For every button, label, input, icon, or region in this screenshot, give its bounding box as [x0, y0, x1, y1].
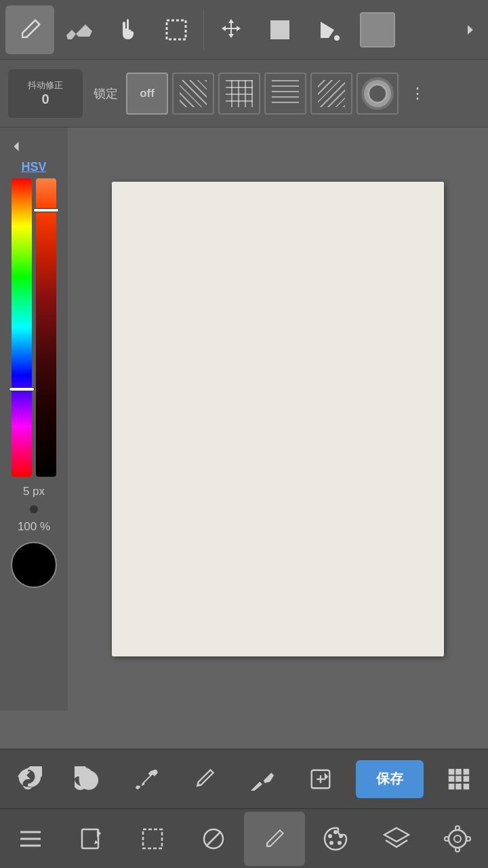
svg-point-21	[449, 830, 466, 848]
lock-grid-button[interactable]	[218, 73, 260, 115]
nav-edit-button[interactable]	[61, 812, 122, 866]
svg-point-20	[329, 841, 333, 845]
nav-filter-button[interactable]	[427, 812, 488, 866]
brush-preview-dot	[30, 505, 38, 513]
stabilizer-value: 0	[41, 92, 49, 107]
hand-tool-button[interactable]	[103, 5, 152, 54]
concentric-icon	[367, 83, 388, 104]
nav-menu-button[interactable]	[0, 812, 61, 866]
svg-point-19	[338, 841, 342, 845]
bottom-toolbar: 保存	[0, 749, 488, 808]
top-toolbar	[0, 0, 488, 60]
svg-rect-8	[464, 776, 470, 782]
horizontal-hatch-icon	[272, 80, 299, 107]
lock-more-dots: ⋮	[410, 85, 425, 102]
svg-point-25	[445, 837, 449, 841]
color-sliders	[12, 178, 56, 477]
svg-point-26	[466, 837, 470, 841]
nav-draw-button[interactable]	[244, 812, 305, 866]
collapse-panel-button[interactable]	[3, 133, 30, 160]
rectangle-select-button[interactable]	[152, 5, 201, 54]
lock-horizontal-button[interactable]	[264, 73, 306, 115]
pencil-tool-button[interactable]	[5, 5, 54, 54]
hue-thumb[interactable]	[9, 387, 35, 391]
brush-size-label: 5 px	[23, 485, 45, 498]
lock-off-button[interactable]: off	[126, 73, 168, 115]
svg-point-17	[333, 830, 338, 834]
svg-rect-4	[455, 768, 462, 774]
undo-button[interactable]	[6, 756, 52, 802]
nav-layers-button[interactable]	[366, 812, 427, 866]
svg-point-22	[454, 835, 461, 842]
svg-rect-9	[449, 783, 455, 789]
move-tool-button[interactable]	[207, 5, 256, 54]
svg-rect-12	[82, 829, 98, 848]
nav-palette-button[interactable]	[305, 812, 366, 866]
share-button[interactable]	[298, 756, 344, 802]
redo-button[interactable]	[64, 756, 110, 802]
current-color-swatch[interactable]	[11, 542, 57, 588]
stabilizer-label: 抖动修正	[28, 79, 63, 92]
lock-radial-button[interactable]	[310, 73, 352, 115]
svg-point-23	[455, 826, 460, 830]
save-button[interactable]: 保存	[356, 760, 424, 798]
saturation-thumb[interactable]	[33, 208, 59, 212]
color-preview	[360, 12, 395, 47]
svg-line-15	[206, 831, 221, 846]
svg-rect-1	[270, 20, 289, 39]
svg-rect-3	[449, 768, 455, 774]
svg-rect-7	[455, 776, 462, 782]
saturation-slider[interactable]	[36, 178, 56, 477]
svg-rect-5	[464, 768, 470, 774]
fill-rect-button[interactable]	[256, 5, 304, 54]
lock-off-label: off	[140, 87, 155, 100]
lock-bar: 抖动修正 0 锁定 off ⋮	[0, 60, 488, 127]
canvas-area[interactable]	[68, 127, 488, 711]
bottom-nav	[0, 808, 488, 868]
eyedropper-button[interactable]	[123, 756, 169, 802]
hue-slider[interactable]	[12, 178, 32, 477]
svg-rect-0	[167, 20, 186, 39]
lock-diagonal-button[interactable]	[172, 73, 214, 115]
pen-button[interactable]	[181, 756, 227, 802]
eraser-bottom-button[interactable]	[239, 756, 285, 802]
svg-rect-10	[455, 783, 462, 789]
lock-title: 锁定	[94, 85, 118, 102]
radial-hatch-icon	[318, 80, 345, 107]
opacity-label: 100 %	[18, 520, 50, 534]
svg-rect-11	[464, 783, 470, 789]
grid-hatch-icon	[226, 80, 253, 107]
nav-select-button[interactable]	[122, 812, 183, 866]
stabilizer-control[interactable]: 抖动修正 0	[8, 69, 83, 118]
svg-point-18	[339, 834, 343, 838]
paint-bucket-button[interactable]	[304, 5, 353, 54]
main-area: HSV 5 px 100 %	[0, 127, 488, 711]
toolbar-separator-1	[203, 9, 204, 50]
nav-erase-button[interactable]	[183, 812, 244, 866]
drawing-canvas[interactable]	[112, 182, 444, 656]
grid-button[interactable]	[436, 756, 482, 802]
left-panel: HSV 5 px 100 %	[0, 127, 68, 711]
svg-point-24	[455, 848, 460, 852]
color-swatch-button[interactable]	[353, 5, 402, 54]
svg-rect-13	[143, 829, 162, 848]
lock-more-button[interactable]: ⋮	[405, 73, 430, 115]
color-mode-hsv[interactable]: HSV	[21, 160, 46, 174]
save-label: 保存	[376, 770, 403, 788]
svg-point-16	[328, 834, 332, 838]
diagonal-hatch-icon	[180, 80, 207, 107]
lock-concentric-button[interactable]	[357, 73, 399, 115]
toolbar-expand-button[interactable]	[458, 5, 483, 54]
svg-rect-6	[449, 776, 455, 782]
eraser-tool-button[interactable]	[54, 5, 103, 54]
